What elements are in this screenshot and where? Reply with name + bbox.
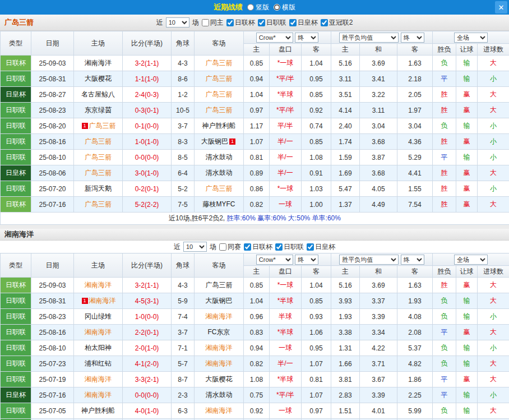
filter-option-label: 亚冠联2 <box>329 18 353 27</box>
europe-home-odds: 1.31 <box>331 340 360 356</box>
europe-final-select[interactable]: 终 <box>401 33 424 43</box>
filter-option[interactable]: 日皇杯 <box>289 18 318 27</box>
layout-option-horizontal[interactable]: 横版 <box>274 3 295 12</box>
team-link[interactable]: 湘南海洋 <box>85 281 112 289</box>
team-link[interactable]: 广岛三箭 <box>85 153 112 161</box>
outcome-handicap: 赢 <box>456 181 478 197</box>
filter-checkbox[interactable] <box>226 19 234 26</box>
filter-option[interactable]: 日皇杯 <box>307 242 335 252</box>
layout-option-vertical[interactable]: 竖版 <box>247 3 269 12</box>
filter-option[interactable]: 同主 <box>202 18 224 27</box>
team-link[interactable]: 广岛三箭 <box>206 75 233 82</box>
scope-select[interactable]: 全场 <box>454 255 488 265</box>
team-link[interactable]: 大阪樱花 <box>85 75 112 82</box>
team-link[interactable]: 广岛三箭 <box>85 200 112 208</box>
team-link[interactable]: 广岛三箭 <box>89 122 116 130</box>
layout-radio-horizontal[interactable] <box>274 4 280 11</box>
filter-checkbox[interactable] <box>275 243 283 251</box>
asian-home-odds: 0.97 <box>244 103 270 118</box>
filter-option[interactable]: 同赛 <box>219 242 241 252</box>
team-link[interactable]: 冈山绿雉 <box>85 312 112 320</box>
team-link[interactable]: 湘南海洋 <box>85 328 112 336</box>
filter-option[interactable]: 日职联 <box>275 242 304 252</box>
asian-away-odds: 1.04 <box>302 56 331 71</box>
filter-checkbox[interactable] <box>202 19 209 26</box>
team-link[interactable]: 湘南海洋 <box>206 359 233 367</box>
filter-checkbox[interactable] <box>321 19 328 26</box>
team-link[interactable]: 广岛三箭 <box>85 137 112 145</box>
filter-checkbox[interactable] <box>258 19 265 26</box>
team-link[interactable]: 广岛三箭 <box>206 59 233 67</box>
europe-away-odds: 5.29 <box>397 150 433 165</box>
team-link[interactable]: 神户胜利船 <box>81 407 115 414</box>
odds-company-select[interactable]: Crow* <box>256 255 293 265</box>
layout-radio-vertical[interactable] <box>247 4 254 11</box>
outcome-result: 胜 <box>433 165 456 181</box>
filter-option[interactable]: 日联杯 <box>226 18 255 27</box>
team-link[interactable]: 湘南海洋 <box>85 375 112 383</box>
team-link[interactable]: 广岛三箭 <box>206 106 233 114</box>
team-link[interactable]: 湘南海洋 <box>206 312 233 320</box>
europe-away-odds: 2.18 <box>397 71 433 87</box>
team-link[interactable]: 大阪樱花 <box>206 375 233 383</box>
match-count-select[interactable]: 10 <box>166 17 189 27</box>
filter-option-label: 日皇杯 <box>298 18 318 27</box>
outcome-handicap: 输 <box>456 71 478 87</box>
team-link[interactable]: 名古屋鲸八 <box>81 90 115 98</box>
team-link[interactable]: 广岛三箭 <box>85 169 112 177</box>
team-link[interactable]: 新泻天鹅 <box>85 184 112 192</box>
team-link[interactable]: 清水鼓动 <box>206 153 233 161</box>
filter-checkbox[interactable] <box>289 19 297 26</box>
team-link[interactable]: 湘南海洋 <box>85 391 112 399</box>
home-team-cell: 新泻天鹅 <box>74 181 123 197</box>
filter-suffix-label: 场 <box>210 242 216 252</box>
filter-checkbox[interactable] <box>307 243 314 251</box>
team-link[interactable]: 大阪钢巴 <box>201 137 228 145</box>
team-link[interactable]: 广岛三箭 <box>206 90 233 98</box>
home-team-cell: 广岛三箭 <box>74 150 123 165</box>
team-link[interactable]: 广岛三箭 <box>206 184 233 192</box>
team-link[interactable]: 广岛三箭 <box>206 281 233 289</box>
europe-average-select[interactable]: 胜平负均值 <box>339 33 399 43</box>
filter-checkbox[interactable] <box>219 243 226 251</box>
odds-company-select[interactable]: Crow* <box>256 33 293 43</box>
team-link[interactable]: 东京绿茵 <box>85 106 112 114</box>
filter-option[interactable]: 日职联 <box>258 18 286 27</box>
match-date: 25-08-16 <box>31 134 74 150</box>
scope-select[interactable]: 全场 <box>454 33 488 43</box>
europe-final-select[interactable]: 终 <box>401 255 424 265</box>
home-team-cell: 广岛三箭 <box>74 134 123 150</box>
team-link[interactable]: 湘南海洋 <box>206 407 233 414</box>
team-link[interactable]: 清水鼓动 <box>206 169 233 177</box>
europe-home-odds: 2.83 <box>331 387 360 403</box>
team-link[interactable]: 柏太阳神 <box>85 344 112 352</box>
close-button[interactable]: ✕ <box>495 1 507 13</box>
home-team-cell: 湘南海洋 <box>74 278 123 293</box>
match-date: 25-08-31 <box>31 293 74 309</box>
match-count-select[interactable]: 10 <box>183 242 207 252</box>
filter-option[interactable]: 日联杯 <box>244 242 272 252</box>
col-header-away: 客场 <box>195 31 244 56</box>
team-link[interactable]: 大阪钢巴 <box>206 297 233 304</box>
match-type-cell: 日职联 <box>1 103 31 118</box>
filter-checkbox[interactable] <box>244 243 251 251</box>
europe-average-select[interactable]: 胜平负均值 <box>339 255 399 265</box>
team-link[interactable]: 湘南海洋 <box>85 59 112 67</box>
team-link[interactable]: 浦和红钻 <box>85 359 112 367</box>
europe-away-odds: 7.54 <box>397 197 433 213</box>
team-link[interactable]: FC东京 <box>208 328 230 336</box>
team-link[interactable]: 湘南海洋 <box>206 344 233 352</box>
home-team-cell: 柏太阳神 <box>74 340 123 356</box>
europe-away-odds: 5.37 <box>397 340 433 356</box>
team-link[interactable]: 神户胜利船 <box>202 122 236 130</box>
team-link[interactable]: 清水鼓动 <box>206 391 233 399</box>
outcome-handicap: 输 <box>456 293 478 309</box>
odds-final-select[interactable]: 终 <box>295 255 318 265</box>
asian-odds-group: Crow* 终 <box>244 253 331 266</box>
team-link[interactable]: 藤枝MYFC <box>203 200 235 208</box>
filter-option[interactable]: 亚冠联2 <box>321 18 353 27</box>
team-link[interactable]: 湘南海洋 <box>89 297 116 304</box>
asian-home-odds: 0.83 <box>244 325 270 340</box>
outcome-goals: 小 <box>478 181 509 197</box>
odds-final-select[interactable]: 终 <box>295 33 318 43</box>
